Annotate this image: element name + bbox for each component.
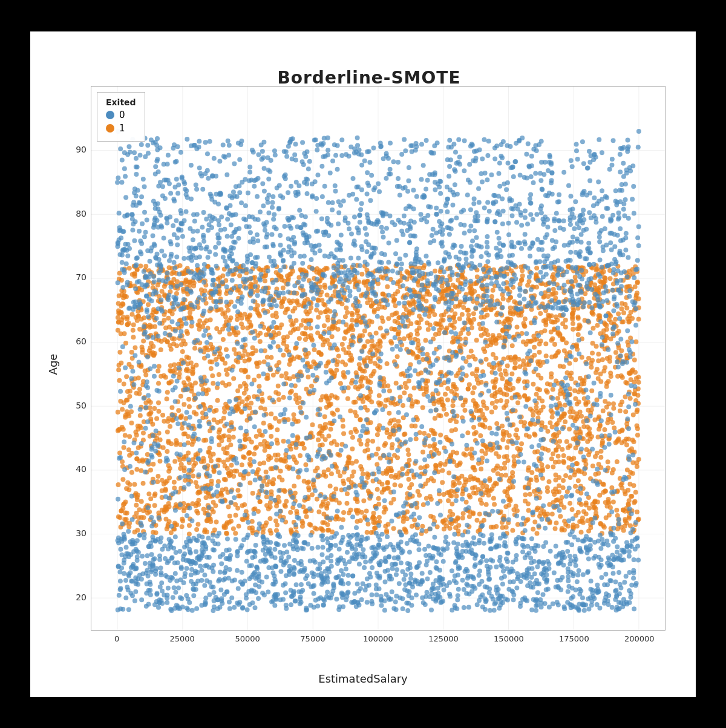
x-tick-200000: 200000 xyxy=(624,634,655,643)
legend-item-0: 0 xyxy=(106,110,136,120)
x-tick-50000: 50000 xyxy=(235,634,260,643)
legend-label-1: 1 xyxy=(119,123,125,134)
legend: Exited 0 1 xyxy=(97,92,145,142)
plot-area xyxy=(91,86,666,631)
y-tick-40: 40 xyxy=(64,464,87,474)
x-tick-0: 0 xyxy=(114,634,119,643)
y-axis-label: Age xyxy=(47,353,59,375)
x-tick-150000: 150000 xyxy=(494,634,524,643)
x-tick-100000: 100000 xyxy=(363,634,393,643)
y-tick-30: 30 xyxy=(64,528,87,538)
x-axis-label: EstimatedSalary xyxy=(318,672,407,685)
legend-label-0: 0 xyxy=(119,110,125,120)
x-tick-25000: 25000 xyxy=(169,634,194,643)
y-tick-60: 60 xyxy=(64,336,87,346)
legend-title: Exited xyxy=(106,97,136,107)
y-tick-70: 70 xyxy=(64,272,87,282)
legend-dot-1 xyxy=(106,124,114,133)
x-tick-125000: 125000 xyxy=(428,634,459,643)
y-tick-90: 90 xyxy=(64,145,87,154)
chart-container: Borderline-SMOTE Age EstimatedSalary Exi… xyxy=(30,31,696,697)
y-tick-50: 50 xyxy=(64,401,87,410)
legend-item-1: 1 xyxy=(106,123,136,134)
chart-title: Borderline-SMOTE xyxy=(79,68,659,88)
scatter-canvas xyxy=(91,87,665,630)
y-tick-20: 20 xyxy=(64,592,87,602)
y-tick-80: 80 xyxy=(64,209,87,218)
legend-dot-0 xyxy=(106,111,114,119)
x-tick-175000: 175000 xyxy=(559,634,589,643)
x-tick-75000: 75000 xyxy=(300,634,325,643)
